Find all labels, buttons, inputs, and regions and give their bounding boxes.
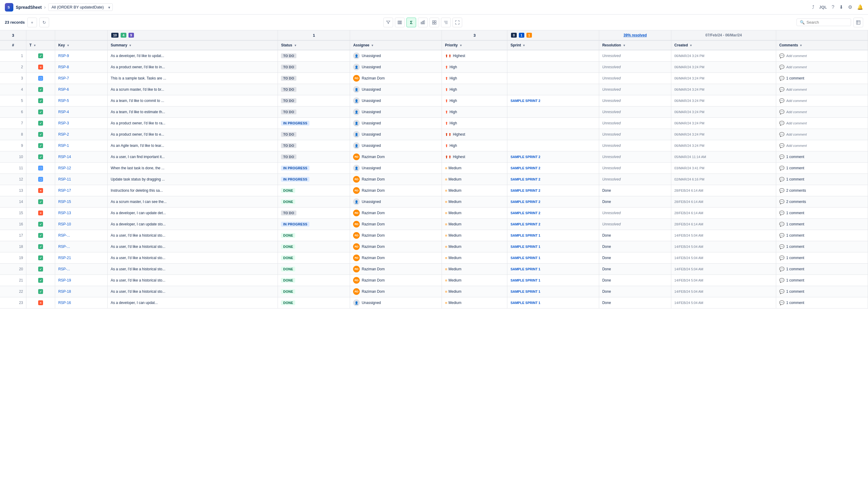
- sprint-badge[interactable]: SAMPLE SPRINT 1: [510, 301, 540, 305]
- col-header-created[interactable]: Created ▾: [671, 40, 776, 50]
- row-key[interactable]: RSP-15: [55, 196, 107, 207]
- col-header-type[interactable]: T ▾: [26, 40, 55, 50]
- issue-key-link[interactable]: RSP-14: [58, 155, 71, 159]
- row-key[interactable]: RSP-...: [55, 230, 107, 241]
- sprint-badge[interactable]: SAMPLE SPRINT 1: [510, 245, 540, 249]
- issue-key-link[interactable]: RSP-4: [58, 110, 69, 114]
- issue-key-link[interactable]: RSP-...: [58, 233, 70, 237]
- sprint-badge[interactable]: SAMPLE SPRINT 1: [510, 256, 540, 260]
- col-header-assignee[interactable]: Assignee ▾: [350, 40, 442, 50]
- row-key[interactable]: RSP-18: [55, 286, 107, 297]
- issue-key-link[interactable]: RSP-11: [58, 177, 71, 181]
- app-logo[interactable]: S: [5, 3, 13, 11]
- search-input[interactable]: [806, 20, 843, 25]
- settings-icon[interactable]: ⚙: [848, 4, 852, 10]
- row-key[interactable]: RSP-12: [55, 163, 107, 174]
- issue-key-link[interactable]: RSP-6: [58, 87, 69, 92]
- row-key[interactable]: RSP-9: [55, 50, 107, 62]
- filter-button[interactable]: [383, 18, 393, 27]
- row-key[interactable]: RSP-6: [55, 84, 107, 95]
- sprint-badge[interactable]: SAMPLE SPRINT 2: [510, 189, 540, 192]
- group-button[interactable]: [441, 18, 451, 27]
- refresh-button[interactable]: ↻: [39, 18, 49, 27]
- sprint-badge[interactable]: SAMPLE SPRINT 2: [510, 177, 540, 181]
- row-key[interactable]: RSP-17: [55, 185, 107, 196]
- issue-key-link[interactable]: RSP-3: [58, 121, 69, 125]
- row-key[interactable]: RSP-16: [55, 297, 107, 309]
- sprint-badge[interactable]: SAMPLE SPRINT 1: [510, 290, 540, 293]
- row-key[interactable]: RSP-11: [55, 174, 107, 185]
- issue-key-link[interactable]: RSP-21: [58, 256, 71, 260]
- row-key[interactable]: RSP-7: [55, 73, 107, 84]
- row-key[interactable]: RSP-...: [55, 241, 107, 252]
- row-key[interactable]: RSP-5: [55, 95, 107, 107]
- view-selector[interactable]: All (ORDER BY updatedDate): [48, 3, 113, 11]
- sprint-badge[interactable]: SAMPLE SPRINT 2: [510, 222, 540, 226]
- col-header-status[interactable]: Status ▾: [278, 40, 350, 50]
- add-comment[interactable]: Add comment: [786, 88, 807, 91]
- sprint-badge[interactable]: SAMPLE SPRINT 2: [510, 211, 540, 215]
- jql-button[interactable]: JQL: [819, 5, 827, 9]
- view-dropdown[interactable]: All (ORDER BY updatedDate): [48, 3, 113, 11]
- row-key[interactable]: RSP-8: [55, 62, 107, 73]
- add-comment[interactable]: Add comment: [786, 144, 807, 147]
- add-comment[interactable]: Add comment: [786, 54, 807, 58]
- issue-key-link[interactable]: RSP-16: [58, 301, 71, 305]
- issue-key-link[interactable]: RSP-8: [58, 65, 69, 69]
- issue-key-link[interactable]: RSP-...: [58, 267, 70, 271]
- col-header-key[interactable]: Key ▾: [55, 40, 107, 50]
- issue-key-link[interactable]: RSP-9: [58, 54, 69, 58]
- sprint-badge[interactable]: SAMPLE SPRINT 2: [510, 155, 540, 159]
- issue-key-link[interactable]: RSP-17: [58, 189, 71, 193]
- sprint-badge[interactable]: SAMPLE SPRINT 1: [510, 267, 540, 271]
- add-comment[interactable]: Add comment: [786, 65, 807, 69]
- row-key[interactable]: RSP-1: [55, 140, 107, 151]
- row-key[interactable]: RSP-14: [55, 151, 107, 163]
- expand-button[interactable]: [453, 18, 462, 27]
- row-key[interactable]: RSP-10: [55, 219, 107, 230]
- sprint-badge[interactable]: SAMPLE SPRINT 2: [510, 166, 540, 170]
- add-button[interactable]: +: [27, 18, 37, 27]
- issue-key-link[interactable]: RSP-10: [58, 222, 71, 226]
- search-box[interactable]: 🔍: [797, 19, 851, 26]
- col-header-priority[interactable]: Priority ▾: [442, 40, 507, 50]
- col-header-summary[interactable]: Summary ▾: [107, 40, 278, 50]
- chart-button[interactable]: [418, 18, 428, 27]
- issue-key-link[interactable]: RSP-1: [58, 143, 69, 148]
- share-icon[interactable]: ⤴: [812, 4, 814, 10]
- resolved-link[interactable]: 39% resolved: [623, 33, 647, 37]
- columns-button[interactable]: [395, 18, 405, 27]
- issue-key-link[interactable]: RSP-15: [58, 200, 71, 204]
- col-header-comments[interactable]: Comments ▾: [776, 40, 868, 50]
- issue-key-link[interactable]: RSP-12: [58, 166, 71, 170]
- add-comment[interactable]: Add comment: [786, 121, 807, 125]
- row-key[interactable]: RSP-13: [55, 207, 107, 219]
- row-key[interactable]: RSP-21: [55, 252, 107, 264]
- sprint-badge[interactable]: SAMPLE SPRINT 1: [510, 234, 540, 237]
- add-comment[interactable]: Add comment: [786, 99, 807, 103]
- settings-grid-button[interactable]: [854, 18, 863, 27]
- row-key[interactable]: RSP-19: [55, 275, 107, 286]
- col-header-num[interactable]: #: [0, 40, 26, 50]
- sprint-badge[interactable]: SAMPLE SPRINT 1: [510, 279, 540, 282]
- issue-key-link[interactable]: RSP-2: [58, 132, 69, 137]
- grid-button[interactable]: [430, 18, 439, 27]
- row-key[interactable]: RSP-3: [55, 118, 107, 129]
- add-comment[interactable]: Add comment: [786, 110, 807, 114]
- issue-key-link[interactable]: RSP-...: [58, 245, 70, 249]
- issue-key-link[interactable]: RSP-19: [58, 278, 71, 282]
- col-header-resolution[interactable]: Resolution ▾: [599, 40, 671, 50]
- notifications-icon[interactable]: 🔔: [857, 4, 863, 10]
- issue-key-link[interactable]: RSP-18: [58, 289, 71, 294]
- issue-key-link[interactable]: RSP-5: [58, 98, 69, 103]
- download-icon[interactable]: ⬇: [839, 4, 843, 10]
- sprint-badge[interactable]: SAMPLE SPRINT 2: [510, 99, 540, 103]
- col-header-sprint[interactable]: Sprint ▾: [507, 40, 599, 50]
- sprint-badge[interactable]: SAMPLE SPRINT 2: [510, 200, 540, 204]
- issue-key-link[interactable]: RSP-7: [58, 76, 69, 80]
- help-icon[interactable]: ?: [832, 4, 834, 10]
- sum-button[interactable]: Σ: [406, 18, 416, 27]
- row-key[interactable]: RSP-4: [55, 107, 107, 118]
- add-comment[interactable]: Add comment: [786, 133, 807, 136]
- row-key[interactable]: RSP-2: [55, 129, 107, 140]
